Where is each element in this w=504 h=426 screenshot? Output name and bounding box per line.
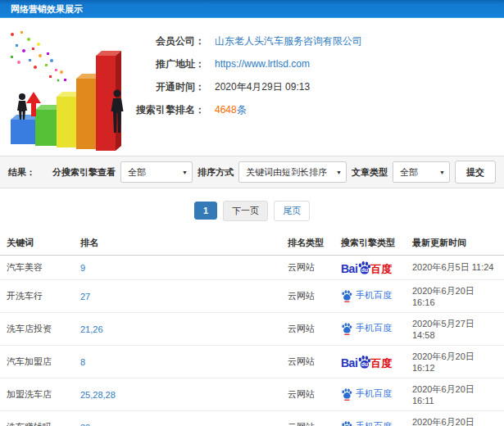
keyword-cell: 汽车加盟店 xyxy=(0,346,74,378)
baidu-paw-icon: du xyxy=(357,355,371,369)
page-1-button[interactable]: 1 xyxy=(194,202,217,220)
engine-cell: 手机百度 xyxy=(334,411,406,426)
chevron-down-icon: ▼ xyxy=(336,170,342,175)
filter-bar: 结果： 分搜索引擎查看 全部 ▼ 排序方式 关键词由短到长排序 ▼ 文章类型 全… xyxy=(0,156,504,188)
rank-type-cell: 云网站 xyxy=(281,280,334,313)
engine-filter-select[interactable]: 全部 ▼ xyxy=(120,161,193,183)
mobile-baidu-paw-icon xyxy=(341,387,352,401)
rank-link[interactable]: 8 xyxy=(74,346,281,378)
mobile-baidu-paw-icon xyxy=(341,322,352,335)
table-row: 开洗车行27云网站手机百度2020年6月20日 16:16 xyxy=(0,280,504,313)
rank-count-label: 搜索引擎排名： xyxy=(131,103,205,116)
result-label: 结果： xyxy=(8,166,35,179)
table-row: 加盟洗车店25,28,28云网站手机百度2020年6月20日 16:11 xyxy=(0,378,504,411)
page-title: 网络营销效果展示 xyxy=(0,0,504,18)
engine-filter-label: 分搜索引擎查看 xyxy=(52,166,116,179)
updated-cell: 2020年5月27日 14:58 xyxy=(406,313,504,346)
keyword-cell: 洗车赚钱吗 xyxy=(0,411,74,426)
updated-cell: 2020年6月20日 16:12 xyxy=(406,346,504,378)
engine-cell: 手机百度 xyxy=(334,280,406,313)
updated-cell: 2020年6月20日 16:12 xyxy=(406,411,504,426)
rank-link[interactable]: 25,28,28 xyxy=(74,378,281,411)
baidu-logo: Baidu百度 xyxy=(341,261,392,274)
header-rank: 排名 xyxy=(74,231,281,256)
promo-url-label: 推广地址： xyxy=(131,57,205,70)
baidu-logo: Baidu百度 xyxy=(341,355,392,369)
company-label: 会员公司： xyxy=(131,34,205,48)
mobile-baidu-paw-icon xyxy=(341,289,352,302)
rank-link[interactable]: 27 xyxy=(74,280,281,313)
article-type-select[interactable]: 全部 ▼ xyxy=(393,161,450,183)
header-rank-type: 排名类型 xyxy=(281,231,334,256)
keyword-cell: 汽车美容 xyxy=(0,256,74,280)
engine-cell: Baidu百度 xyxy=(334,346,406,378)
svg-text:du: du xyxy=(361,267,368,273)
bars xyxy=(11,51,121,151)
rank-type-cell: 云网站 xyxy=(281,346,334,378)
table-row: 洗车店投资21,26云网站手机百度2020年5月27日 14:58 xyxy=(0,313,504,346)
results-table: 关键词 排名 排名类型 搜索引擎类型 最新更新时间 汽车美容9云网站Baidu百… xyxy=(0,231,504,426)
header-updated: 最新更新时间 xyxy=(406,231,504,256)
last-page-button[interactable]: 尾页 xyxy=(274,201,310,221)
chevron-down-icon: ▼ xyxy=(182,170,188,175)
sort-value: 关键词由短到长排序 xyxy=(246,166,327,179)
member-info-panel: 会员公司： 山东老人头汽车服务咨询有限公司 推广地址： https://www.… xyxy=(131,23,504,156)
engine-cell: 手机百度 xyxy=(334,313,406,346)
info-row-open-time: 开通时间： 2020年4月29日 09:13 xyxy=(131,80,504,93)
rank-count-unit: 条 xyxy=(237,104,247,116)
confetti-dots xyxy=(11,31,66,82)
rank-link[interactable]: 21,26 xyxy=(74,313,281,346)
mobile-baidu-logo: 手机百度 xyxy=(341,322,392,335)
keyword-cell: 加盟洗车店 xyxy=(0,378,74,411)
sort-select[interactable]: 关键词由短到长排序 ▼ xyxy=(238,161,347,183)
rank-type-cell: 云网站 xyxy=(281,411,334,426)
submit-button[interactable]: 提交 xyxy=(455,161,496,184)
keyword-cell: 洗车店投资 xyxy=(0,313,74,346)
rank-count-value: 4648 xyxy=(215,104,237,116)
article-type-value: 全部 xyxy=(400,166,418,179)
svg-text:du: du xyxy=(361,361,368,367)
article-type-label: 文章类型 xyxy=(352,166,388,179)
sort-label: 排序方式 xyxy=(198,166,234,179)
growth-chart-illustration xyxy=(0,23,131,154)
open-time-label: 开通时间： xyxy=(131,80,205,93)
table-row: 汽车美容9云网站Baidu百度2020年6月5日 11:24 xyxy=(0,256,504,280)
rank-type-cell: 云网站 xyxy=(281,313,334,346)
table-header-row: 关键词 排名 排名类型 搜索引擎类型 最新更新时间 xyxy=(0,231,504,256)
baidu-paw-icon: du xyxy=(357,261,371,274)
table-row: 洗车赚钱吗30云网站手机百度2020年6月20日 16:12 xyxy=(0,411,504,426)
updated-cell: 2020年6月5日 11:24 xyxy=(406,256,504,280)
engine-filter-value: 全部 xyxy=(128,166,146,179)
company-link[interactable]: 山东老人头汽车服务咨询有限公司 xyxy=(215,34,362,48)
info-row-company: 会员公司： 山东老人头汽车服务咨询有限公司 xyxy=(131,34,504,48)
promo-url-link[interactable]: https://www.lrtlsd.com xyxy=(215,57,310,70)
pagination: 1 下一页 尾页 xyxy=(0,188,504,231)
engine-cell: 手机百度 xyxy=(334,378,406,411)
chevron-down-icon: ▼ xyxy=(439,170,445,175)
open-time-value: 2020年4月29日 09:13 xyxy=(215,80,310,93)
rank-link[interactable]: 30 xyxy=(74,411,281,426)
mobile-baidu-logo: 手机百度 xyxy=(341,289,392,302)
header-engine-type: 搜索引擎类型 xyxy=(334,231,406,256)
info-section: 会员公司： 山东老人头汽车服务咨询有限公司 推广地址： https://www.… xyxy=(0,18,504,156)
mobile-baidu-logo: 手机百度 xyxy=(341,387,392,401)
rank-type-cell: 云网站 xyxy=(281,378,334,411)
engine-cell: Baidu百度 xyxy=(334,256,406,280)
next-page-button[interactable]: 下一页 xyxy=(223,201,268,221)
updated-cell: 2020年6月20日 16:11 xyxy=(406,378,504,411)
info-row-rank-count: 搜索引擎排名： 4648条 xyxy=(131,103,504,116)
mobile-baidu-logo: 手机百度 xyxy=(341,420,392,426)
updated-cell: 2020年6月20日 16:16 xyxy=(406,280,504,313)
mobile-baidu-paw-icon xyxy=(341,420,352,426)
rank-type-cell: 云网站 xyxy=(281,256,334,280)
keyword-cell: 开洗车行 xyxy=(0,280,74,313)
header-keyword: 关键词 xyxy=(0,231,74,256)
table-row: 汽车加盟店8云网站Baidu百度2020年6月20日 16:12 xyxy=(0,346,504,378)
rank-link[interactable]: 9 xyxy=(74,256,281,280)
info-row-url: 推广地址： https://www.lrtlsd.com xyxy=(131,57,504,70)
